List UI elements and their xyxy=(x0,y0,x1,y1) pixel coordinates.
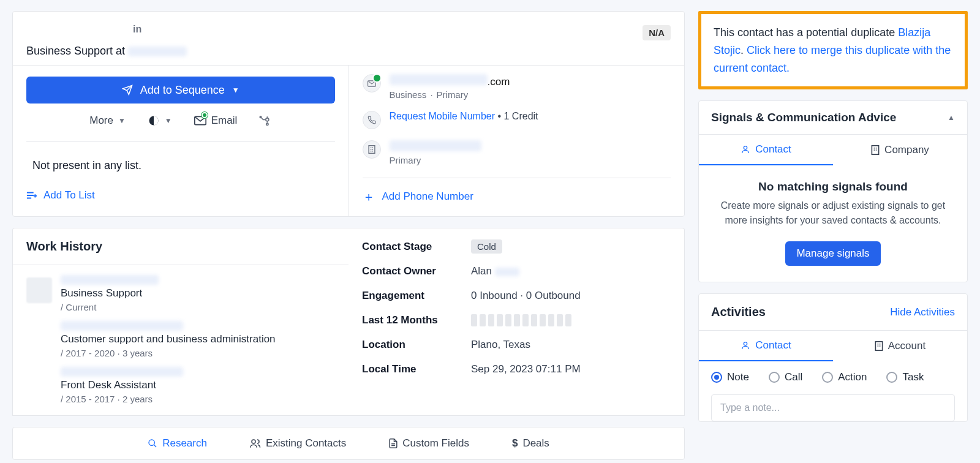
activity-type-note[interactable]: Note xyxy=(711,371,749,383)
svg-rect-12 xyxy=(875,342,882,350)
building-icon xyxy=(363,140,381,159)
work-history-title: Work History xyxy=(13,228,349,265)
svg-point-8 xyxy=(252,440,255,443)
company-name-redacted xyxy=(61,367,183,377)
stage-badge[interactable]: Cold xyxy=(471,239,502,254)
tab-existing-contacts[interactable]: Existing Contacts xyxy=(250,437,346,450)
job-item[interactable]: Customer support and business administra… xyxy=(13,316,349,362)
signals-tab-contact[interactable]: Contact xyxy=(699,135,833,165)
person-icon xyxy=(741,145,750,154)
duplicate-alert: This contact has a potential duplicate B… xyxy=(698,11,968,89)
list-add-icon xyxy=(26,191,37,200)
tab-custom-fields[interactable]: Custom Fields xyxy=(389,437,469,450)
company-name-redacted xyxy=(61,321,183,331)
signals-tab-company[interactable]: Company xyxy=(833,135,967,165)
signals-title: Signals & Communication Advice xyxy=(711,111,896,124)
email-redacted xyxy=(390,74,488,85)
merge-link[interactable]: Click here to merge this duplicate with … xyxy=(714,44,951,74)
plus-icon: ＋ xyxy=(363,190,375,203)
tab-deals[interactable]: $ Deals xyxy=(512,437,549,450)
tab-research[interactable]: Research xyxy=(148,437,207,450)
label-engagement: Engagement xyxy=(362,290,454,302)
svg-point-7 xyxy=(149,440,154,445)
phone-icon xyxy=(363,111,381,129)
label-stage: Contact Stage xyxy=(362,241,454,253)
company-redacted xyxy=(390,140,481,151)
contact-subtitle: Business Support at xyxy=(26,45,671,58)
signals-panel: Signals & Communication Advice ▲ Contact… xyxy=(698,100,968,282)
building-icon xyxy=(871,145,880,155)
svg-point-3 xyxy=(260,116,262,118)
location-value: Plano, Texas xyxy=(471,339,530,351)
profile-card: N/A in Business Support at Add to Sequen… xyxy=(12,11,685,217)
list-status: Not present in any list. xyxy=(26,141,335,176)
company-name-redacted xyxy=(61,275,159,285)
svg-point-2 xyxy=(266,118,269,121)
activity-type-action[interactable]: Action xyxy=(822,371,867,383)
note-input[interactable]: Type a note... xyxy=(711,394,955,421)
label-last12: Last 12 Months xyxy=(362,314,454,326)
mail-verified-icon xyxy=(363,74,381,92)
add-to-list-button[interactable]: Add To List xyxy=(26,176,335,203)
request-mobile-link[interactable]: Request Mobile Number xyxy=(390,111,496,121)
activity-type-call[interactable]: Call xyxy=(769,371,802,383)
send-icon xyxy=(122,85,133,96)
label-owner: Contact Owner xyxy=(362,265,454,277)
svg-point-11 xyxy=(744,342,747,345)
work-history-card: Work History Business Support / Current … xyxy=(12,228,349,416)
svg-rect-10 xyxy=(872,146,879,154)
chevron-down-icon: ▼ xyxy=(232,86,239,94)
search-icon xyxy=(148,439,157,448)
job-item[interactable]: Business Support / Current xyxy=(13,265,349,316)
globe-half-icon xyxy=(148,115,160,127)
hide-activities-link[interactable]: Hide Activities xyxy=(890,306,955,318)
engagement-value: 0 Inbound · 0 Outbound xyxy=(471,290,581,302)
contact-name xyxy=(26,23,124,36)
signals-empty-body: Create more signals or adjust existing s… xyxy=(714,198,952,228)
label-localtime: Local Time xyxy=(362,363,454,375)
activities-panel: Activities Hide Activities Contact Accou… xyxy=(698,293,968,422)
engagement-bars xyxy=(471,314,571,326)
manage-signals-button[interactable]: Manage signals xyxy=(785,241,880,266)
job-item[interactable]: Front Desk Assistant / 2015 - 2017 · 2 y… xyxy=(13,362,349,415)
detail-tabs: Research Existing Contacts Custom Fields… xyxy=(12,427,685,460)
similarweb-icon[interactable]: ▼ xyxy=(148,115,172,127)
building-icon xyxy=(875,341,883,351)
more-menu[interactable]: More ▼ xyxy=(89,115,126,127)
add-to-sequence-button[interactable]: Add to Sequence ▼ xyxy=(26,77,335,104)
collapse-icon[interactable]: ▲ xyxy=(948,113,955,122)
svg-point-9 xyxy=(744,146,747,149)
hubspot-icon[interactable] xyxy=(259,115,271,127)
verified-dot-icon xyxy=(202,112,208,118)
users-icon xyxy=(250,439,261,448)
mobile-row[interactable]: Request Mobile Number • 1 Credit xyxy=(363,111,671,129)
company-logo xyxy=(26,277,52,303)
localtime-value: Sep 29, 2023 07:11 PM xyxy=(471,363,581,375)
contact-details-card: Contact StageCold Contact OwnerAlan Enga… xyxy=(349,228,685,416)
activities-tab-account[interactable]: Account xyxy=(833,331,967,361)
email-row[interactable]: .com Business·Primary xyxy=(363,74,671,100)
svg-point-4 xyxy=(266,123,268,125)
activities-title: Activities xyxy=(711,305,766,319)
activities-tab-contact[interactable]: Contact xyxy=(699,331,833,361)
dollar-icon: $ xyxy=(512,437,518,450)
linkedin-icon[interactable]: in xyxy=(133,24,141,35)
person-icon xyxy=(741,341,750,350)
add-phone-button[interactable]: ＋ Add Phone Number xyxy=(363,178,671,203)
email-action[interactable]: Email xyxy=(194,115,238,127)
activity-type-task[interactable]: Task xyxy=(886,371,924,383)
svg-rect-6 xyxy=(369,146,375,154)
document-icon xyxy=(389,439,398,448)
na-badge: N/A xyxy=(643,25,671,40)
owner-value: Alan xyxy=(471,265,519,277)
label-location: Location xyxy=(362,339,454,351)
signals-empty-title: No matching signals found xyxy=(714,180,952,194)
company-row[interactable]: Primary xyxy=(363,140,671,165)
